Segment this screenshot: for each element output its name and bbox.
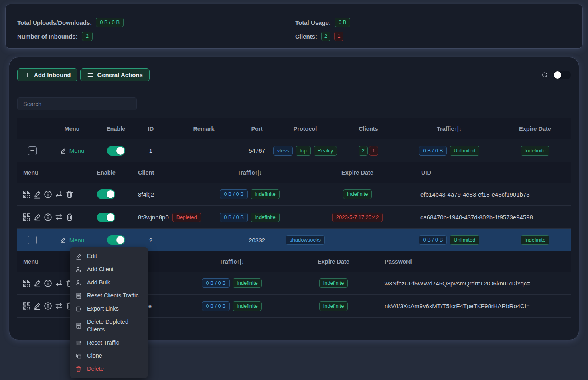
header-expire-date: Expire Date (306, 169, 409, 176)
general-actions-label: General Actions (97, 71, 142, 78)
inbound-2-traffic: 0 B / 0 B Unlimited (399, 235, 499, 245)
qr-code-icon[interactable] (22, 279, 31, 287)
traffic-tag: 0 B / 0 B (202, 301, 230, 311)
expire-tag: Indefinite (521, 146, 550, 156)
qr-code-icon[interactable] (22, 302, 31, 310)
reset-traffic-icon[interactable] (55, 190, 63, 199)
header-traffic-sort[interactable]: Traffic↑|↓ (178, 258, 286, 265)
edit-icon[interactable] (33, 190, 41, 199)
menu-item-label: Delete (87, 365, 104, 373)
toggle-knob (554, 71, 561, 79)
inbound-row-1: Menu 1 54767 vless tcp Reality 2 1 0 B /… (17, 139, 571, 162)
toolbar: Add Inbound General Actions (17, 68, 571, 81)
info-icon[interactable] (44, 279, 52, 287)
clients-depleted-count: 1 (334, 32, 343, 41)
inbound-1-protocols: vless tcp Reality (273, 146, 337, 156)
client-enable-toggle[interactable] (97, 213, 115, 222)
menu-item-edit[interactable]: Edit (70, 250, 148, 263)
header-traffic-sort[interactable]: Traffic↑|↓ (399, 126, 499, 132)
client-enable-toggle[interactable] (97, 189, 115, 199)
delete-icon[interactable] (65, 190, 74, 199)
inbound-2-port: 20332 (241, 237, 273, 244)
info-icon[interactable] (44, 213, 52, 221)
edit-icon[interactable] (33, 279, 41, 287)
inbound-1-clients-table: Menu Enable Client Traffic↑|↓ Expire Dat… (17, 162, 571, 229)
inbound-2-menu-button[interactable]: Menu (60, 237, 85, 244)
delete-icon[interactable] (65, 213, 74, 221)
qr-code-icon[interactable] (22, 190, 31, 199)
clients-depleted-tag: 1 (369, 146, 378, 156)
reset-traffic-icon[interactable] (55, 302, 63, 310)
expire-tag: Indefinite (319, 278, 348, 288)
inbound-1-port: 54767 (241, 147, 273, 154)
menu-item-label: Add Client (87, 266, 114, 273)
traffic-tag: 0 B / 0 B (220, 213, 248, 222)
collapse-row-button[interactable] (28, 236, 37, 244)
file-delete-icon (75, 323, 82, 329)
inbound-1-clients: 2 1 (337, 146, 399, 156)
inbound-2-enable-toggle[interactable] (107, 235, 125, 245)
client-actions (17, 213, 86, 221)
clients-active-count: 2 (321, 32, 330, 41)
inbounds-page: Total Uploads/Downloads: 0 B / 0 B Total… (0, 0, 588, 380)
inbound-1-enable-toggle[interactable] (107, 146, 125, 156)
clone-icon (75, 353, 82, 359)
menu-item-add-bulk[interactable]: Add Bulk (70, 276, 148, 289)
header-id: ID (135, 126, 167, 132)
reset-traffic-icon[interactable] (55, 213, 63, 221)
expire-tag: Indefinite (343, 189, 372, 199)
client-traffic: 0 B / 0 B Indefinite (194, 189, 306, 199)
general-actions-button[interactable]: General Actions (80, 68, 149, 81)
clients-count-label: Clients: (295, 33, 317, 40)
qr-code-icon[interactable] (22, 213, 31, 221)
client-actions (17, 190, 86, 199)
menu-item-add-client[interactable]: Add Client (70, 263, 148, 276)
header-traffic-sort[interactable]: Traffic↑|↓ (194, 169, 306, 176)
client-name-group: 8t3wjnn8p0 Depleted (126, 213, 194, 222)
menu-item-reset-traffic[interactable]: Reset Traffic (70, 336, 148, 349)
menu-item-label: Delete Depleted Clients (87, 318, 142, 333)
refresh-icon[interactable] (541, 72, 548, 78)
menu-item-label: Add Bulk (87, 279, 110, 286)
pencil-icon (75, 253, 82, 260)
user-bulk-icon (75, 280, 82, 286)
inbound-1-menu-button[interactable]: Menu (60, 147, 85, 154)
collapse-row-button[interactable] (28, 146, 37, 155)
inbounds-count-stat: Number of Inbounds: 2 (17, 32, 295, 41)
client-traffic: 0 B / 0 B Indefinite (178, 278, 286, 288)
edit-icon[interactable] (33, 302, 41, 310)
info-icon[interactable] (44, 302, 52, 310)
menu-item-clone[interactable]: Clone (70, 349, 148, 362)
traffic-limit-tag: Indefinite (251, 213, 280, 222)
total-uploads-value: 0 B / 0 B (96, 18, 124, 27)
menu-item-export-links[interactable]: Export Links (70, 302, 148, 315)
export-icon (75, 306, 82, 312)
expire-tag: Indefinite (521, 235, 550, 245)
traffic-tag: 0 B / 0 B (220, 189, 248, 199)
search-input[interactable] (17, 97, 137, 110)
traffic-limit-tag: Indefinite (251, 189, 280, 199)
client-expire: Indefinite (286, 278, 381, 288)
total-usage-label: Total Usage: (295, 19, 331, 26)
auto-refresh-toggle[interactable] (553, 71, 571, 79)
hamburger-icon (87, 72, 93, 78)
protocol-tag-reality: Reality (314, 146, 337, 156)
inbounds-count-value: 2 (82, 32, 93, 41)
inbounds-table-header: Menu Enable ID Remark Port Protocol Clie… (17, 118, 571, 139)
menu-item-delete[interactable]: Delete (70, 362, 148, 376)
info-icon[interactable] (44, 190, 52, 199)
plus-icon (24, 72, 30, 78)
menu-item-reset-clients-traffic[interactable]: Reset Clients Traffic (70, 289, 148, 302)
header-uid: UID (409, 169, 571, 176)
toggle-knob (107, 213, 114, 221)
edit-icon[interactable] (33, 213, 41, 221)
inbound-1-expire: Indefinite (499, 146, 571, 156)
inbounds-count-label: Number of Inbounds: (17, 33, 78, 40)
traffic-tag: 0 B / 0 B (202, 278, 230, 288)
menu-item-delete-depleted-clients[interactable]: Delete Depleted Clients (70, 315, 148, 336)
add-inbound-button[interactable]: Add Inbound (17, 68, 77, 81)
clients-table-header: Menu Enable Client Traffic↑|↓ Expire Dat… (17, 162, 571, 183)
clients-active-tag: 2 (359, 146, 368, 156)
traffic-limit-tag: Unlimited (450, 146, 479, 156)
reset-traffic-icon[interactable] (55, 279, 63, 287)
